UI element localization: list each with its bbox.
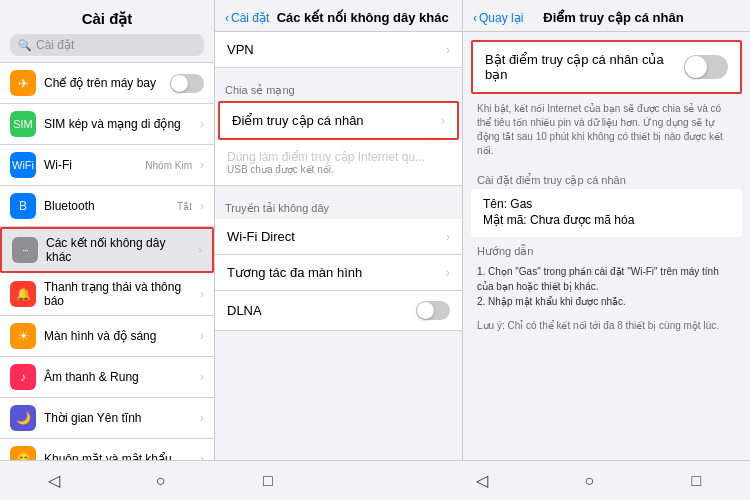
guide-step-1: 1. Chọn "Gas" trong phần cài đặt "Wi-Fi"… xyxy=(477,264,736,294)
display-label: Màn hình và độ sáng xyxy=(44,329,192,343)
mid-back-label: Cài đặt xyxy=(231,11,269,25)
wifi-icon: WiFi xyxy=(10,152,36,178)
right-back-chevron-icon: ‹ xyxy=(473,11,477,25)
display-chevron-icon: › xyxy=(200,329,204,343)
sidebar-item-bluetooth[interactable]: B Bluetooth Tắt › xyxy=(0,186,214,227)
mid-item-dlna[interactable]: DLNA xyxy=(215,291,462,331)
display-icon: ☀ xyxy=(10,323,36,349)
notifications-label: Thanh trạng thái và thông báo xyxy=(44,280,192,308)
mid-item-hotspot[interactable]: Điểm truy cập cá nhân › xyxy=(218,101,459,140)
wifidirect-label: Wi-Fi Direct xyxy=(227,229,440,244)
mid-item-vpn[interactable]: VPN › xyxy=(215,32,462,68)
guide-step-2: 2. Nhập mật khẩu khi được nhắc. xyxy=(477,294,736,309)
right-back-label: Quay lại xyxy=(479,11,523,25)
bottom-navigation: ◁ ○ □ ◁ ○ □ xyxy=(0,460,750,500)
hotspot-toggle-row: Bật điểm truy cập cá nhân của bạn xyxy=(471,40,742,94)
multiscreen-label: Tương tác đa màn hình xyxy=(227,265,440,280)
sidebar-item-wifi[interactable]: WiFi Wi-Fi Nhóm Kim › xyxy=(0,145,214,186)
right-back-button[interactable]: ‹ Quay lại xyxy=(473,11,523,25)
mid-divider-2 xyxy=(215,186,462,194)
guide-content: 1. Chọn "Gas" trong phần cài đặt "Wi-Fi"… xyxy=(463,260,750,313)
face-chevron-icon: › xyxy=(200,452,204,460)
dlna-label: DLNA xyxy=(227,303,410,318)
sidebar-item-more-connections[interactable]: ··· Các kết nối không dây khác › xyxy=(0,227,214,273)
sim-label: SIM kép và mạng di động xyxy=(44,117,192,131)
more-connections-icon: ··· xyxy=(12,237,38,263)
more-connections-chevron-icon: › xyxy=(198,243,202,257)
mid-section-share-label: Chia sẻ mạng xyxy=(215,76,462,101)
quiet-time-icon: 🌙 xyxy=(10,405,36,431)
sound-chevron-icon: › xyxy=(200,370,204,384)
dlna-toggle[interactable] xyxy=(416,301,450,320)
nav-recents-button[interactable]: □ xyxy=(248,466,288,496)
mid-back-chevron-icon: ‹ xyxy=(225,11,229,25)
multiscreen-chevron-icon: › xyxy=(446,266,450,280)
mid-item-usb: Dùng làm điểm truy cập Internet qu... US… xyxy=(215,140,462,186)
usb-sub: USB chưa được kết nối. xyxy=(227,164,450,175)
mid-divider-1 xyxy=(215,68,462,76)
sim-chevron-icon: › xyxy=(200,117,204,131)
search-placeholder-text: Cài đặt xyxy=(36,38,74,52)
sound-icon: ♪ xyxy=(10,364,36,390)
sidebar-item-sim[interactable]: SIM SIM kép và mạng di động › xyxy=(0,104,214,145)
right-header: ‹ Quay lại Điểm truy cập cá nhân xyxy=(463,0,750,32)
wifi-label: Wi-Fi xyxy=(44,158,137,172)
mid-header: ‹ Cài đặt Các kết nối không dây khác xyxy=(215,0,462,32)
bluetooth-label: Bluetooth xyxy=(44,199,169,213)
bluetooth-sub: Tắt xyxy=(177,201,192,212)
left-title: Cài đặt xyxy=(10,10,204,28)
search-icon: 🔍 xyxy=(18,39,32,52)
plane-toggle[interactable] xyxy=(170,74,204,93)
left-panel: Cài đặt 🔍 Cài đặt ✈ Chế độ trên máy bay … xyxy=(0,0,215,460)
guide-header: Hướng dẫn xyxy=(463,237,750,260)
wifi-chevron-icon: › xyxy=(200,158,204,172)
hotspot-pass-row: Mật mã: Chưa được mã hóa xyxy=(483,213,730,227)
sidebar-item-sound[interactable]: ♪ Âm thanh & Rung › xyxy=(0,357,214,398)
hotspot-name-label: Tên: Gas xyxy=(483,197,532,211)
search-bar[interactable]: 🔍 Cài đặt xyxy=(10,34,204,56)
wifidirect-chevron-icon: › xyxy=(446,230,450,244)
sidebar-item-display[interactable]: ☀ Màn hình và độ sáng › xyxy=(0,316,214,357)
hotspot-chevron-icon: › xyxy=(441,114,445,128)
plane-icon: ✈ xyxy=(10,70,36,96)
hotspot-toggle[interactable] xyxy=(684,55,728,79)
mid-title: Các kết nối không dây khác xyxy=(273,10,452,25)
mid-panel: ‹ Cài đặt Các kết nối không dây khác VPN… xyxy=(215,0,463,460)
hotspot-name-row: Tên: Gas xyxy=(483,197,730,211)
more-connections-label: Các kết nối không dây khác xyxy=(46,236,190,264)
right-title: Điểm truy cập cá nhân xyxy=(543,10,683,25)
mid-item-wifidirect[interactable]: Wi-Fi Direct › xyxy=(215,219,462,255)
mid-section-wireless-label: Truyền tải không dây xyxy=(215,194,462,219)
quiet-time-label: Thời gian Yên tĩnh xyxy=(44,411,192,425)
vpn-chevron-icon: › xyxy=(446,43,450,57)
right-panel: ‹ Quay lại Điểm truy cập cá nhân Bật điể… xyxy=(463,0,750,460)
nav-home-button-right[interactable]: ○ xyxy=(569,466,609,496)
left-header: Cài đặt 🔍 Cài đặt xyxy=(0,0,214,63)
nav-back-button-right[interactable]: ◁ xyxy=(462,466,502,496)
hotspot-settings-box: Tên: Gas Mật mã: Chưa được mã hóa xyxy=(471,189,742,237)
mid-item-multiscreen[interactable]: Tương tác đa màn hình › xyxy=(215,255,462,291)
sim-icon: SIM xyxy=(10,111,36,137)
nav-home-button[interactable]: ○ xyxy=(141,466,181,496)
notifications-chevron-icon: › xyxy=(200,287,204,301)
sound-label: Âm thanh & Rung xyxy=(44,370,192,384)
hotspot-description: Khi bật, kết nối Internet của bạn sẽ đượ… xyxy=(463,98,750,168)
mid-back-button[interactable]: ‹ Cài đặt xyxy=(225,11,269,25)
hotspot-pass-label: Mật mã: Chưa được mã hóa xyxy=(483,213,634,227)
left-list: ✈ Chế độ trên máy bay SIM SIM kép và mạn… xyxy=(0,63,214,460)
settings-section-header: Cài đặt điểm truy cập cá nhân xyxy=(463,168,750,189)
usb-label: Dùng làm điểm truy cập Internet qu... xyxy=(227,150,450,164)
plane-label: Chế độ trên máy bay xyxy=(44,76,162,90)
sidebar-item-notifications[interactable]: 🔔 Thanh trạng thái và thông báo › xyxy=(0,273,214,316)
hotspot-toggle-label: Bật điểm truy cập cá nhân của bạn xyxy=(485,52,678,82)
sidebar-item-quiet-time[interactable]: 🌙 Thời gian Yên tĩnh › xyxy=(0,398,214,439)
sidebar-item-face[interactable]: 😊 Khuôn mặt và mật khẩu › xyxy=(0,439,214,460)
nav-recents-button-right[interactable]: □ xyxy=(676,466,716,496)
vpn-label: VPN xyxy=(227,42,440,57)
bluetooth-chevron-icon: › xyxy=(200,199,204,213)
face-icon: 😊 xyxy=(10,446,36,460)
nav-back-button[interactable]: ◁ xyxy=(34,466,74,496)
hotspot-note: Lưu ý: Chỉ có thể kết nối tới đa 8 thiết… xyxy=(463,313,750,339)
right-content: Bật điểm truy cập cá nhân của bạn Khi bậ… xyxy=(463,32,750,460)
sidebar-item-plane[interactable]: ✈ Chế độ trên máy bay xyxy=(0,63,214,104)
